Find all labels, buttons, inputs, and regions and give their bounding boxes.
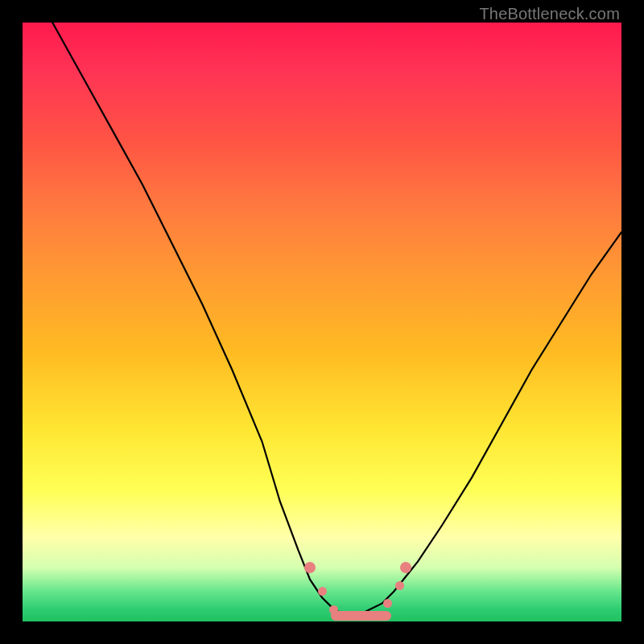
curve-marker [348, 611, 357, 620]
chart-frame: TheBottleneck.com [0, 0, 644, 644]
curve-marker [365, 611, 374, 620]
plot-area [23, 23, 621, 621]
curve-marker [395, 581, 404, 590]
watermark-text: TheBottleneck.com [479, 5, 620, 23]
bottleneck-curve [23, 23, 621, 616]
curve-marker [329, 605, 338, 614]
marker-blob [331, 611, 391, 621]
curve-svg [23, 23, 621, 621]
curve-marker [318, 587, 327, 596]
